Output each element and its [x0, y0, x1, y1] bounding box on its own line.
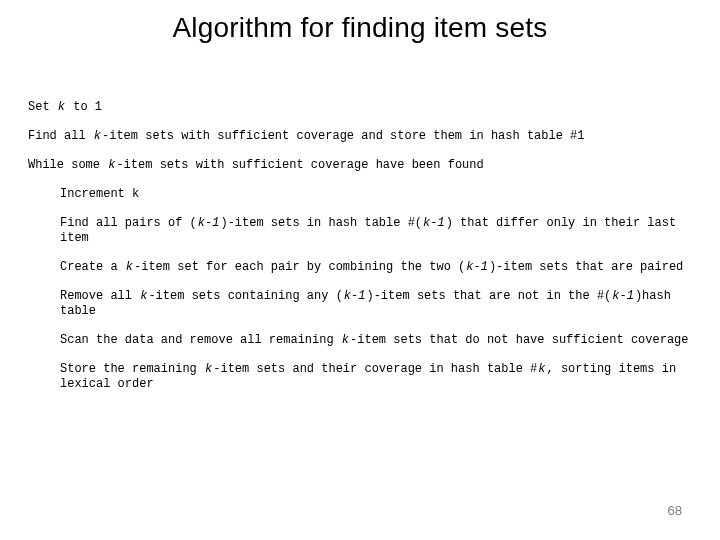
text: -item sets containing any ( [148, 289, 342, 303]
var-km1: k-1 [611, 289, 635, 304]
text: Create a [60, 260, 125, 274]
var-km1: k-1 [422, 216, 446, 231]
var-km1: k-1 [465, 260, 489, 275]
alg-line-6: Create a k-item set for each pair by com… [28, 260, 692, 275]
text: )-item sets that are paired [489, 260, 683, 274]
var-k: k [57, 100, 66, 115]
page-number: 68 [668, 503, 682, 518]
alg-line-2: Find all k-item sets with sufficient cov… [28, 129, 692, 144]
slide-root: Algorithm for finding item sets Set k to… [0, 0, 720, 540]
alg-line-8: Scan the data and remove all remaining k… [28, 333, 692, 348]
var-km1: k-1 [197, 216, 221, 231]
text: Increment k [60, 187, 139, 201]
alg-line-5: Find all pairs of (k-1)-item sets in has… [28, 216, 692, 246]
alg-line-9: Store the remaining k-item sets and thei… [28, 362, 692, 392]
var-km1: k-1 [343, 289, 367, 304]
text: -item set for each pair by combining the… [134, 260, 465, 274]
var-k: k [125, 260, 134, 275]
text: -item sets with sufficient coverage have… [116, 158, 483, 172]
slide-title: Algorithm for finding item sets [0, 12, 720, 44]
text: to 1 [66, 100, 102, 114]
var-k: k [537, 362, 546, 377]
text: Find all [28, 129, 93, 143]
text: Set [28, 100, 57, 114]
alg-line-7: Remove all k-item sets containing any (k… [28, 289, 692, 319]
text: Remove all [60, 289, 139, 303]
text: -item sets that do not have sufficient c… [350, 333, 688, 347]
alg-line-3: While some k-item sets with sufficient c… [28, 158, 692, 173]
text: Find all pairs of ( [60, 216, 197, 230]
text: -item sets with sufficient coverage and … [102, 129, 584, 143]
algorithm-body: Set k to 1 Find all k-item sets with suf… [28, 100, 692, 406]
alg-line-4: Increment k [28, 187, 692, 202]
var-k: k [204, 362, 213, 377]
text: Scan the data and remove all remaining [60, 333, 341, 347]
var-k: k [93, 129, 102, 144]
text: While some [28, 158, 107, 172]
var-k: k [341, 333, 350, 348]
text: )-item sets that are not in the #( [366, 289, 611, 303]
text: -item sets and their coverage in hash ta… [213, 362, 537, 376]
text: Store the remaining [60, 362, 204, 376]
alg-line-1: Set k to 1 [28, 100, 692, 115]
text: )-item sets in hash table #( [220, 216, 422, 230]
